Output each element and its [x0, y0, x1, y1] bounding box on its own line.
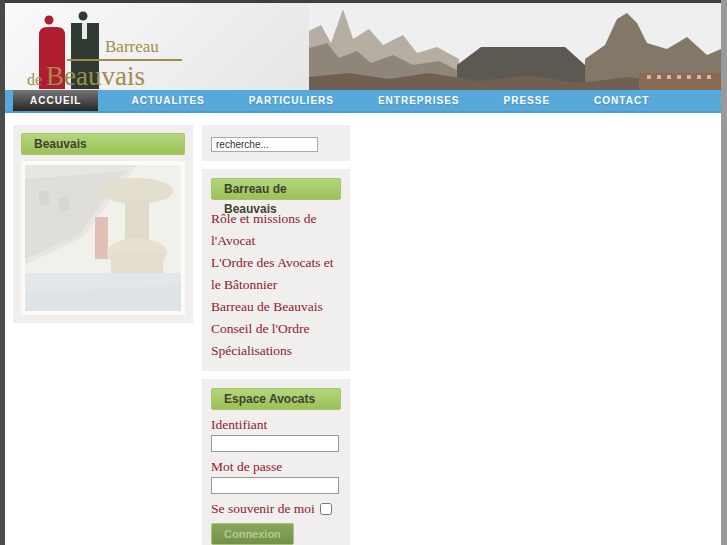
menu-link-role-missions[interactable]: Rôle et missions de l'Avocat: [211, 208, 341, 252]
nav-item-contact[interactable]: CONTACT: [579, 90, 664, 111]
menu-module: Barreau de Beauvais Rôle et missions de …: [202, 169, 350, 371]
logo-text-line2: de Beauvais: [27, 61, 145, 90]
logo-text-beauvais: Beauvais: [46, 61, 145, 90]
menu-link-conseil-ordre[interactable]: Conseil de l'Ordre: [211, 318, 341, 340]
beauvais-module-title: Beauvais: [21, 133, 185, 155]
password-field[interactable]: [211, 477, 339, 494]
nav-item-accueil[interactable]: ACCUEIL: [13, 90, 98, 111]
nav-item-actualites[interactable]: ACTUALITES: [116, 90, 219, 111]
remember-checkbox[interactable]: [320, 503, 332, 515]
content-area: Beauvais: [5, 113, 721, 121]
menu-link-ordre-batonnier[interactable]: L'Ordre des Avocats et le Bâtonnier: [211, 252, 341, 296]
menu-list: Rôle et missions de l'Avocat L'Ordre des…: [211, 208, 341, 362]
search-module: [202, 125, 350, 161]
main-nav: ACCUEIL ACTUALITES PARTICULIERS ENTREPRI…: [5, 90, 721, 113]
menu-module-title: Barreau de Beauvais: [211, 178, 341, 200]
login-module: Espace Avocats Identifiant Mot de passe …: [202, 379, 350, 545]
cathedral-skyline-graphic: [309, 3, 721, 90]
nav-item-presse[interactable]: PRESSE: [489, 90, 566, 111]
search-input[interactable]: [211, 137, 318, 152]
nav-item-particuliers[interactable]: PARTICULIERS: [234, 90, 349, 111]
beauvais-photo-frame: [21, 161, 185, 315]
username-label: Identifiant: [211, 417, 341, 433]
login-module-title: Espace Avocats: [211, 388, 341, 410]
site-logo[interactable]: Barreau de Beauvais: [27, 9, 307, 89]
menu-link-barreau-beauvais[interactable]: Barreau de Beauvais: [211, 296, 341, 318]
remember-me-label: Se souvenir de moi: [211, 501, 315, 517]
logo-text-line1: Barreau: [105, 37, 159, 57]
cathedral-panorama-image: [309, 3, 721, 90]
username-field[interactable]: [211, 435, 339, 452]
left-column: Beauvais: [13, 125, 193, 331]
password-label: Mot de passe: [211, 459, 341, 475]
page-frame: Barreau de Beauvais ACCUEIL ACTUALITES P…: [5, 0, 721, 545]
fountain-photo: [25, 165, 181, 311]
nav-item-entreprises[interactable]: ENTREPRISES: [363, 90, 475, 111]
middle-column: Barreau de Beauvais Rôle et missions de …: [202, 125, 350, 545]
beauvais-module: Beauvais: [13, 125, 193, 323]
logo-text-de: de: [27, 71, 46, 88]
remember-me-row: Se souvenir de moi: [211, 501, 341, 517]
menu-link-specialisations[interactable]: Spécialisations: [211, 340, 341, 362]
site-header: Barreau de Beauvais: [5, 3, 721, 90]
login-button[interactable]: Connexion: [211, 523, 294, 545]
